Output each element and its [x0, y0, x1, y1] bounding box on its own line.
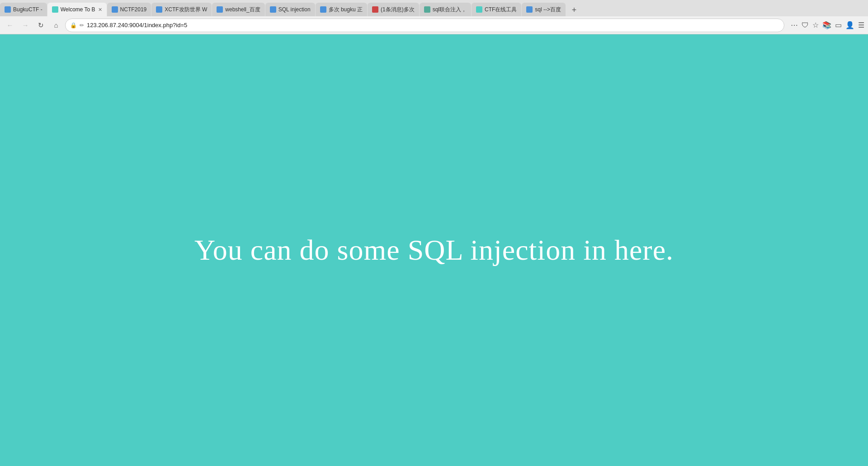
tab-favicon-9 — [424, 6, 430, 13]
nav-bar: ← → ↻ ⌂ 🔒 ✏ ⋯ 🛡 ☆ 📚 ▭ 👤 ☰ — [0, 16, 868, 34]
tab-close-button[interactable]: ✕ — [98, 7, 102, 13]
home-button[interactable]: ⌂ — [50, 19, 62, 32]
security-icon: 🔒 — [70, 22, 77, 29]
tab-favicon-10 — [476, 6, 482, 13]
tab-bugku2[interactable]: 多次 bugku 正 — [316, 3, 367, 16]
tab-sqlbaidu[interactable]: sql -->百度 — [522, 3, 566, 16]
tab-label-6: SQL injection — [278, 6, 311, 13]
tab-welcome[interactable]: Welcome To B ✕ — [47, 3, 107, 16]
account-icon[interactable]: 👤 — [845, 21, 854, 29]
refresh-button[interactable]: ↻ — [34, 19, 47, 32]
tab-label-3: NCTF2019 — [120, 6, 147, 13]
tab-xctf[interactable]: XCTF攻防世界 W — [151, 3, 212, 16]
tab-favicon-1 — [5, 6, 11, 13]
page-content: You can do some SQL injection in here. — [0, 34, 868, 466]
tab-favicon-8 — [372, 6, 378, 13]
tab-favicon-3 — [112, 6, 118, 13]
main-heading: You can do some SQL injection in here. — [194, 233, 674, 267]
tab-label-10: CTF在线工具 — [485, 6, 517, 14]
tab-favicon-11 — [526, 6, 533, 13]
tab-sqlinj[interactable]: SQL injection — [265, 3, 315, 16]
tab-bar: BugkuCTF - Welcome To B ✕ NCTF2019 XCTF攻… — [0, 0, 868, 16]
tab-label-2: Welcome To B — [61, 6, 95, 13]
library-icon[interactable]: 📚 — [822, 21, 831, 29]
browser-chrome: BugkuCTF - Welcome To B ✕ NCTF2019 XCTF攻… — [0, 0, 868, 34]
tab-favicon-4 — [156, 6, 162, 13]
tab-favicon-6 — [270, 6, 276, 13]
tab-ctftool[interactable]: CTF在线工具 — [472, 3, 521, 16]
tab-bugku[interactable]: BugkuCTF - — [0, 3, 47, 16]
menu-dots-icon[interactable]: ⋯ — [791, 21, 798, 29]
tab-sqlunion[interactable]: sql联合注入， — [420, 3, 471, 16]
tab-label-1: BugkuCTF - — [13, 6, 42, 13]
tab-favicon-7 — [320, 6, 326, 13]
forward-button[interactable]: → — [19, 19, 32, 32]
tab-webshell[interactable]: webshell_百度 — [212, 3, 264, 16]
bookmark-icon[interactable]: ☆ — [812, 21, 819, 29]
tab-label-4: XCTF攻防世界 W — [165, 6, 207, 14]
sidebar-icon[interactable]: ▭ — [835, 21, 842, 29]
edit-icon: ✏ — [80, 22, 84, 29]
nav-right-icons: ⋯ 🛡 ☆ 📚 ▭ 👤 ☰ — [791, 21, 864, 29]
tab-label-9: sql联合注入， — [433, 6, 467, 14]
tab-label-11: sql -->百度 — [535, 6, 561, 14]
pocket-icon[interactable]: 🛡 — [802, 21, 809, 29]
hamburger-icon[interactable]: ☰ — [858, 21, 864, 29]
new-tab-button[interactable]: + — [568, 4, 580, 16]
tab-favicon-5 — [217, 6, 223, 13]
tab-favicon-2 — [52, 6, 58, 13]
tab-label-7: 多次 bugku 正 — [329, 6, 363, 14]
address-bar-wrapper[interactable]: 🔒 ✏ — [65, 19, 784, 32]
tab-msg[interactable]: (1条消息)多次 — [368, 3, 419, 16]
back-button[interactable]: ← — [4, 19, 16, 32]
tab-label-5: webshell_百度 — [225, 6, 260, 14]
address-bar-input[interactable] — [87, 22, 779, 29]
tab-label-8: (1条消息)多次 — [381, 6, 415, 14]
tab-nctf[interactable]: NCTF2019 — [107, 3, 151, 16]
